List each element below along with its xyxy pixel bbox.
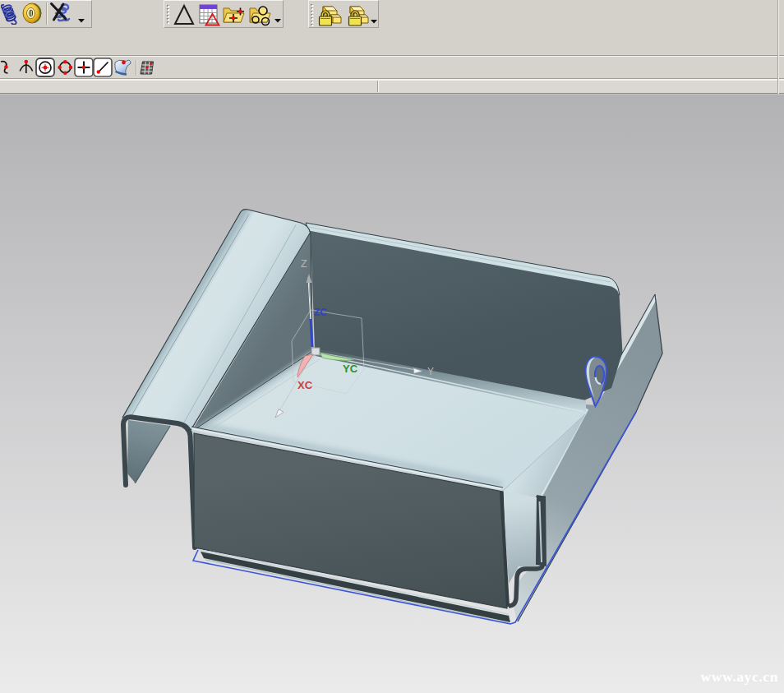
svg-text:Z: Z <box>301 258 307 270</box>
svg-text:YC: YC <box>343 363 358 375</box>
svg-text:Y: Y <box>427 366 434 377</box>
svg-text:ZC: ZC <box>314 307 327 318</box>
svg-text:XC: XC <box>297 379 313 391</box>
